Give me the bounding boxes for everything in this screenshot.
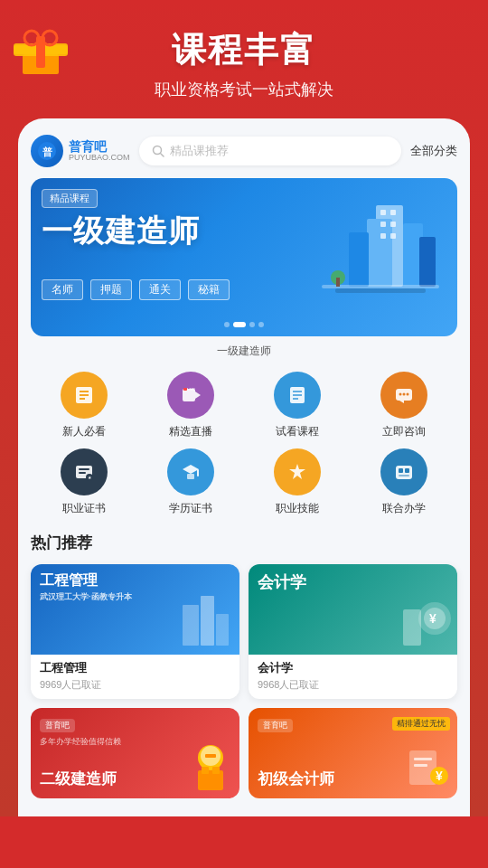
hot-card-accounting[interactable]: 会计学 ¥ 会计学 9968人已取证 xyxy=(249,564,457,699)
svg-point-41 xyxy=(407,393,409,396)
hot-card-engineering-img: 工程管理 武汉理工大学·函教专升本 xyxy=(31,564,239,655)
banner-keywords: 名师 押题 通关 秘籍 xyxy=(42,279,230,300)
svg-rect-22 xyxy=(335,288,426,293)
icon-new-user-circle xyxy=(61,372,108,419)
icon-edu-cert-circle xyxy=(167,448,214,495)
hot-card-accounting-info: 会计学 9968人已取证 xyxy=(249,655,457,699)
svg-rect-11 xyxy=(367,219,392,287)
banner-caption: 一级建造师 xyxy=(31,344,457,359)
svg-rect-57 xyxy=(216,614,229,646)
hot-card-accounting-img: 会计学 ¥ xyxy=(249,564,457,655)
icon-new-user-label: 新人必看 xyxy=(62,424,106,439)
bottom-card-tag: 精排通过无忧 xyxy=(392,717,450,731)
search-icon xyxy=(152,145,164,157)
icon-joint-label: 联合办学 xyxy=(382,501,426,516)
banner-title: 一级建造师 xyxy=(42,211,200,252)
hot-card-engineering-name: 工程管理 xyxy=(40,660,230,676)
icon-joint[interactable]: 联合办学 xyxy=(351,448,457,516)
icon-new-user[interactable]: 新人必看 xyxy=(31,372,137,439)
banner-keyword-master: 名师 xyxy=(42,279,83,300)
hero-title: 课程丰富 xyxy=(18,27,470,73)
svg-rect-53 xyxy=(405,468,409,473)
svg-rect-69 xyxy=(414,758,432,760)
svg-point-40 xyxy=(403,393,406,396)
hot-card-accounting-count: 9968人已取证 xyxy=(258,678,448,692)
bottom-card-accounting-init-title: 初级会计师 xyxy=(258,769,334,789)
svg-rect-19 xyxy=(380,233,386,239)
svg-rect-67 xyxy=(212,767,220,774)
icon-edu-cert[interactable]: 学历证书 xyxy=(137,448,244,516)
hot-card-engineering-info: 工程管理 9969人已取证 xyxy=(31,655,239,699)
bottom-card-2nd-builder-title: 二级建造师 xyxy=(40,769,117,789)
top-bar: 普 普育吧 PUYUBAO.COM 精品课推荐 全部分类 xyxy=(31,135,457,167)
hot-cards-grid: 工程管理 武汉理工大学·函教专升本 工程管理 9969人已取证 xyxy=(31,564,457,699)
hot-card-engineering[interactable]: 工程管理 武汉理工大学·函教专升本 工程管理 9969人已取证 xyxy=(31,564,239,699)
svg-rect-56 xyxy=(201,596,214,646)
all-category-button[interactable]: 全部分类 xyxy=(410,143,457,159)
icon-cert-circle: ★ xyxy=(61,448,108,495)
course-banner[interactable]: 精品课程 一级建造师 xyxy=(31,178,457,336)
icon-cert[interactable]: ★ 职业证书 xyxy=(31,448,137,516)
svg-rect-54 xyxy=(399,475,409,476)
icon-consult-circle xyxy=(380,372,427,419)
svg-marker-47 xyxy=(183,465,199,474)
logo-icon: 普 xyxy=(31,135,63,167)
logo-text: 普育吧 PUYUBAO.COM xyxy=(69,140,130,163)
svg-rect-13 xyxy=(349,232,369,287)
svg-rect-66 xyxy=(202,767,209,774)
banner-keyword-test: 押题 xyxy=(90,279,132,300)
svg-marker-50 xyxy=(289,464,305,479)
svg-text:¥: ¥ xyxy=(436,769,443,783)
bottom-card-2nd-builder[interactable]: 普育吧 多年办学经验值得信赖 二级建造师 xyxy=(31,708,239,798)
icon-live-circle: LIVE xyxy=(167,372,214,419)
svg-rect-48 xyxy=(187,474,194,479)
banner-illustration xyxy=(322,187,448,314)
icon-skill-label: 职业技能 xyxy=(276,501,319,516)
icon-trial[interactable]: 试看课程 xyxy=(244,372,351,439)
search-placeholder: 精品课推荐 xyxy=(170,143,229,159)
quick-access-grid: 新人必看 LIVE 精选直播 试看课程 立即咨询 xyxy=(31,372,457,516)
svg-rect-64 xyxy=(205,754,216,758)
svg-marker-30 xyxy=(195,392,201,399)
banner-keyword-secret: 秘籍 xyxy=(188,279,230,300)
svg-rect-49 xyxy=(197,469,199,476)
hot-card-engineering-count: 9969人已取证 xyxy=(40,678,230,692)
hot-section-title: 热门推荐 xyxy=(31,533,457,553)
svg-rect-52 xyxy=(399,468,403,473)
logo-area: 普 普育吧 PUYUBAO.COM xyxy=(31,135,130,167)
svg-rect-44 xyxy=(79,472,86,474)
icon-consult-label: 立即咨询 xyxy=(382,424,426,439)
svg-rect-20 xyxy=(390,233,396,239)
icon-edu-cert-label: 学历证书 xyxy=(169,501,212,516)
gift-decoration xyxy=(9,18,72,81)
banner-dot-4 xyxy=(258,322,264,327)
icon-skill-circle xyxy=(274,448,321,495)
hero-subtitle: 职业资格考试一站式解决 xyxy=(18,79,470,100)
icon-joint-circle xyxy=(380,448,427,495)
banner-pagination xyxy=(224,322,264,327)
svg-rect-16 xyxy=(390,210,396,215)
hot-card-accounting-name: 会计学 xyxy=(258,660,448,676)
banner-tag: 精品课程 xyxy=(42,189,98,208)
svg-marker-38 xyxy=(399,401,404,403)
svg-rect-58 xyxy=(403,609,421,646)
svg-line-9 xyxy=(160,154,164,157)
search-bar[interactable]: 精品课推荐 xyxy=(139,137,401,165)
bottom-cards-grid: 普育吧 多年办学经验值得信赖 二级建造师 普育吧 xyxy=(31,708,457,798)
banner-dot-1 xyxy=(224,322,230,327)
svg-text:普: 普 xyxy=(42,146,52,157)
icon-consult[interactable]: 立即咨询 xyxy=(351,372,457,439)
svg-rect-18 xyxy=(390,222,396,227)
svg-rect-17 xyxy=(380,222,386,227)
svg-rect-51 xyxy=(396,466,412,479)
banner-dot-3 xyxy=(249,322,255,327)
banner-dot-2 xyxy=(233,322,246,327)
svg-rect-24 xyxy=(336,278,340,287)
icon-cert-label: 职业证书 xyxy=(62,501,106,516)
icon-live[interactable]: LIVE 精选直播 xyxy=(137,372,244,439)
svg-text:¥: ¥ xyxy=(429,611,436,626)
bottom-card-accounting-init[interactable]: 普育吧 精排通过无忧 初级会计师 ¥ xyxy=(249,708,457,798)
icon-skill[interactable]: 职业技能 xyxy=(244,448,351,516)
icon-trial-circle xyxy=(274,372,321,419)
svg-rect-70 xyxy=(414,764,427,767)
